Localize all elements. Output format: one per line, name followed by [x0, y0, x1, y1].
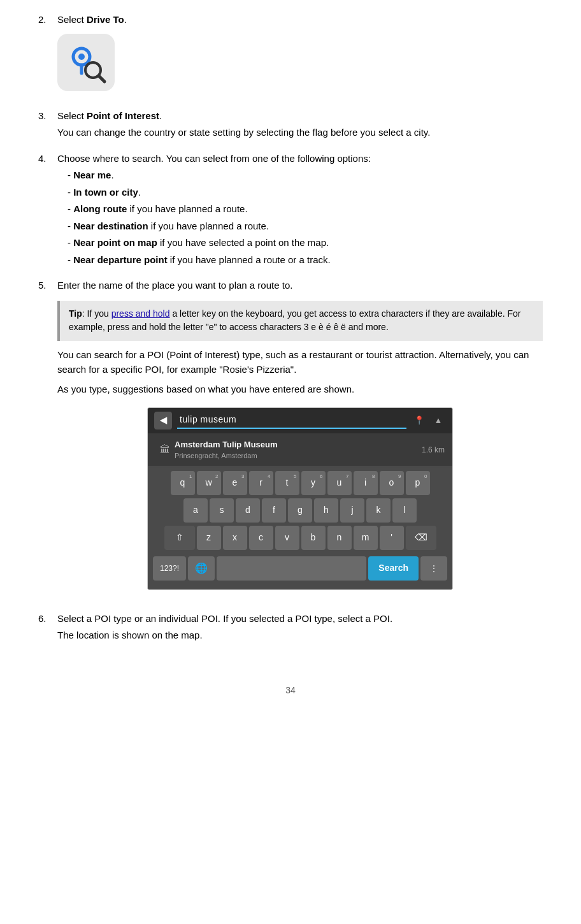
step-3-label: Select Point of Interest.	[57, 109, 543, 124]
building-icon: 🏛	[155, 442, 175, 458]
step-5-label: Enter the name of the place you want to …	[57, 278, 543, 293]
step-5-content: Enter the name of the place you want to …	[57, 278, 543, 603]
step-2-content: Select Drive To.	[57, 13, 543, 100]
step-6-text: Select a POI type or an individual POI. …	[57, 612, 543, 626]
option-in-town: - In town or city.	[68, 185, 543, 200]
result-distance: 1.6 km	[422, 444, 445, 456]
para-1: You can search for a POI (Point of Inter…	[57, 347, 543, 377]
option-near-me: - Near me.	[68, 168, 543, 183]
grid-button[interactable]: ⋮	[420, 556, 447, 581]
step-4: 4. Choose where to search. You can selec…	[38, 152, 543, 270]
drive-to-bold: Drive To	[87, 14, 124, 25]
keyboard-bottom-bar: 123?! 🌐 Search ⋮	[150, 553, 450, 586]
option-near-point: - Near point on map if you have selected…	[68, 236, 543, 250]
search-field[interactable]: tulip museum	[177, 412, 406, 429]
key-p[interactable]: p0	[406, 471, 430, 495]
page-number: 34	[38, 684, 543, 697]
step-number-2: 2.	[38, 13, 57, 100]
poi-bold: Point of Interest	[87, 110, 159, 121]
svg-point-2	[78, 54, 85, 60]
result-subtitle: Prinsengracht, Amsterdam	[175, 451, 422, 461]
result-row[interactable]: 🏛 Amsterdam Tulip Museum Prinsengracht, …	[148, 433, 452, 467]
key-i[interactable]: i8	[354, 471, 378, 495]
key-g[interactable]: g	[288, 498, 312, 523]
location-icon: 📍	[412, 413, 427, 428]
key-x[interactable]: x	[223, 526, 247, 550]
key-z[interactable]: z	[197, 526, 221, 550]
key-u[interactable]: u7	[327, 471, 352, 495]
step-4-options: - Near me. - In town or city. - Along ro…	[68, 168, 543, 267]
step-2-label: Select Drive To.	[57, 13, 543, 27]
keyboard-row-2: a s d f g h j k l	[150, 498, 450, 523]
step-5: 5. Enter the name of the place you want …	[38, 278, 543, 603]
option-along-route: - Along route if you have planned a rout…	[68, 202, 543, 217]
key-h[interactable]: h	[314, 498, 338, 523]
step-4-content: Choose where to search. You can select f…	[57, 152, 543, 270]
key-s[interactable]: s	[210, 498, 234, 523]
tip-label: Tip: If you press and hold a letter key …	[69, 308, 520, 333]
key-f[interactable]: f	[262, 498, 286, 523]
step-number-3: 3.	[38, 109, 57, 143]
step-2: 2. Select Drive To.	[38, 13, 543, 100]
key-c[interactable]: c	[249, 526, 273, 550]
key-k[interactable]: k	[366, 498, 391, 523]
key-o[interactable]: o9	[380, 471, 404, 495]
step-4-label: Choose where to search. You can select f…	[57, 152, 543, 166]
keyboard-row-1: q1 w2 e3 r4 t5 y6 u7 i8 o9 p0	[150, 471, 450, 495]
key-t[interactable]: t5	[275, 471, 299, 495]
keyboard-screenshot: ◀ tulip museum 📍 ▲ 🏛 Amsterdam Tulip Mus…	[147, 407, 453, 590]
keyboard-area: q1 w2 e3 r4 t5 y6 u7 i8 o9 p0 a s d f	[148, 467, 452, 589]
navigate-icon: ▲	[431, 413, 446, 428]
key-e[interactable]: e3	[223, 471, 247, 495]
key-n[interactable]: n	[327, 526, 352, 550]
globe-button[interactable]: 🌐	[188, 556, 215, 581]
tip-box: Tip: If you press and hold a letter key …	[57, 301, 543, 341]
shift-key[interactable]: ⇧	[164, 526, 195, 550]
top-bar-icons: 📍 ▲	[412, 413, 446, 428]
key-q[interactable]: q1	[171, 471, 195, 495]
step-3: 3. Select Point of Interest. You can cha…	[38, 109, 543, 143]
key-b[interactable]: b	[301, 526, 326, 550]
search-button[interactable]: Search	[368, 556, 419, 581]
keyboard-row-3: ⇧ z x c v b n m ' ⌫	[150, 526, 450, 550]
press-and-hold-link[interactable]: press and hold	[111, 308, 170, 319]
key-d[interactable]: d	[236, 498, 260, 523]
step-6-detail: The location is shown on the map.	[57, 628, 543, 643]
key-v[interactable]: v	[275, 526, 299, 550]
result-name: Amsterdam Tulip Museum	[175, 438, 422, 451]
key-apostrophe[interactable]: '	[380, 526, 404, 550]
step-3-content: Select Point of Interest. You can change…	[57, 109, 543, 143]
space-bar[interactable]	[217, 556, 366, 581]
key-a[interactable]: a	[183, 498, 208, 523]
para-2: As you type, suggestions based on what y…	[57, 382, 543, 396]
step-number-4: 4.	[38, 152, 57, 270]
option-near-dest: - Near destination if you have planned a…	[68, 219, 543, 234]
step-3-detail: You can change the country or state sett…	[57, 126, 543, 140]
key-j[interactable]: j	[340, 498, 364, 523]
keyboard-top-bar: ◀ tulip museum 📍 ▲	[148, 408, 452, 433]
step-number-6: 6.	[38, 612, 57, 646]
step-6-content: Select a POI type or an individual POI. …	[57, 612, 543, 646]
step-number-5: 5.	[38, 278, 57, 603]
delete-key[interactable]: ⌫	[406, 526, 436, 550]
key-l[interactable]: l	[392, 498, 417, 523]
numbers-button[interactable]: 123?!	[153, 556, 186, 581]
drive-to-icon	[57, 34, 115, 91]
key-r[interactable]: r4	[249, 471, 273, 495]
key-w[interactable]: w2	[197, 471, 221, 495]
key-m[interactable]: m	[354, 526, 378, 550]
result-text: Amsterdam Tulip Museum Prinsengracht, Am…	[175, 438, 422, 461]
back-button[interactable]: ◀	[154, 412, 172, 430]
option-near-departure: - Near departure point if you have plann…	[68, 253, 543, 268]
step-6: 6. Select a POI type or an individual PO…	[38, 612, 543, 646]
key-y[interactable]: y6	[301, 471, 326, 495]
